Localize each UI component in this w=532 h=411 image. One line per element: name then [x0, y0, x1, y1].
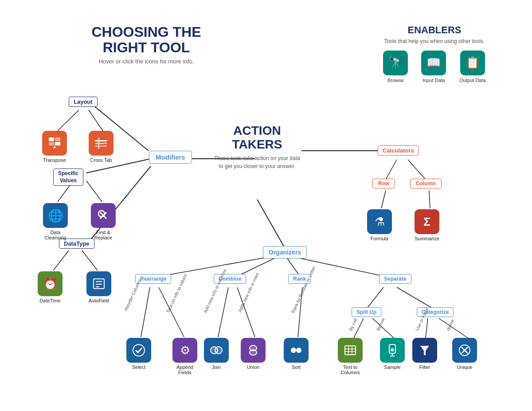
svg-line-7	[82, 251, 98, 270]
append-fields-icon[interactable]: ⚙	[172, 338, 197, 363]
main-title-block: CHOOSING THE RIGHT TOOL Hover or click t…	[71, 24, 222, 65]
svg-marker-34	[53, 145, 56, 148]
reorder-columns-label: Reorder Columns	[123, 278, 142, 312]
datetime-tool[interactable]: ⏰ DateTime	[38, 271, 63, 303]
text-to-columns-icon[interactable]	[338, 338, 363, 363]
svg-rect-32	[49, 142, 54, 145]
svg-rect-39	[98, 137, 99, 149]
filter-label: Filter	[419, 364, 430, 370]
join-label: Join	[212, 364, 221, 370]
row-box: Row	[372, 179, 395, 188]
main-title: CHOOSING THE RIGHT TOOL	[71, 24, 222, 55]
svg-point-52	[291, 348, 296, 353]
enabler-browse[interactable]: 🔭 Browse	[383, 51, 408, 83]
by-cell-label: By cell	[348, 317, 358, 331]
enablers-icons: 🔭 Browse 📖 Input Data 📋 Output Data	[364, 51, 505, 83]
unique-label: Unique	[457, 364, 473, 370]
separate-box: Separate	[379, 274, 411, 284]
union-label: Union	[247, 364, 260, 370]
append-fields-tool[interactable]: ⚙ Append Fields	[169, 338, 200, 375]
svg-line-19	[367, 287, 383, 308]
enabler-output-data[interactable]: 📋 Output Data	[459, 51, 485, 83]
join-tool[interactable]: Join	[204, 338, 229, 370]
svg-line-0	[58, 110, 79, 131]
svg-rect-38	[95, 145, 107, 147]
calculators-box: Calculators	[378, 145, 419, 156]
svg-rect-54	[345, 346, 356, 355]
main-subtitle: Hover or click the icons for more info.	[71, 58, 222, 65]
specific-values-box: SpecificValues	[53, 168, 83, 186]
svg-rect-31	[55, 137, 60, 141]
svg-line-15	[159, 287, 184, 337]
formula-label: Formula	[371, 236, 388, 241]
svg-marker-63	[420, 346, 429, 355]
transpose-icon[interactable]	[42, 131, 67, 156]
input-data-icon[interactable]: 📖	[421, 51, 446, 75]
select-icon[interactable]	[126, 338, 151, 363]
join-icon[interactable]	[204, 338, 229, 363]
enabler-input-data[interactable]: 📖 Input Data	[421, 51, 446, 83]
svg-point-49	[215, 347, 222, 354]
cross-tab-label: Cross Tab	[90, 157, 112, 163]
text-to-columns-tool[interactable]: Text to Columns	[335, 338, 366, 375]
svg-point-47	[133, 344, 145, 356]
cross-tab-icon[interactable]	[89, 131, 113, 156]
unique-tool[interactable]: Unique	[452, 338, 477, 370]
svg-line-28	[381, 191, 386, 208]
svg-rect-36	[95, 140, 107, 141]
svg-rect-30	[49, 137, 54, 141]
data-cleansing-icon[interactable]: 🌐	[43, 203, 68, 228]
unique-icon[interactable]	[452, 338, 477, 363]
output-data-icon[interactable]: 📋	[460, 51, 485, 75]
summarize-label: Summarize	[415, 236, 439, 241]
rank-by-label: Rank by Number or Letter	[290, 266, 317, 314]
summarize-icon[interactable]: Σ	[415, 209, 439, 234]
svg-rect-37	[95, 143, 107, 144]
transpose-tool[interactable]: Transpose	[42, 131, 67, 163]
svg-line-23	[426, 318, 428, 338]
formula-tool[interactable]: ⚗ Formula	[367, 209, 392, 241]
organizers-box: Organizers	[263, 246, 307, 258]
find-replace-label: Find & Replace	[88, 230, 119, 240]
svg-line-10	[155, 257, 268, 277]
browse-label: Browse	[387, 78, 404, 83]
svg-line-14	[141, 287, 150, 337]
datetime-label: DateTime	[39, 298, 60, 303]
cross-tab-tool[interactable]: Cross Tab	[89, 131, 113, 163]
formula-icon[interactable]: ⚗	[367, 209, 392, 234]
sample-label: Sample	[384, 364, 400, 370]
filter-tool[interactable]: Filter	[412, 338, 437, 370]
define-label: define	[446, 318, 455, 331]
sort-icon[interactable]	[284, 338, 309, 363]
svg-line-26	[386, 160, 397, 180]
sample-icon[interactable]	[380, 338, 405, 363]
sort-tool[interactable]: Sort	[284, 338, 309, 370]
split-up-box: Split Up	[352, 307, 381, 317]
text-to-columns-label: Text to Columns	[335, 364, 366, 375]
svg-point-62	[391, 348, 394, 352]
select-label: Select	[132, 364, 146, 370]
input-data-label: Input Data	[422, 78, 445, 83]
union-icon[interactable]	[241, 338, 266, 363]
svg-line-27	[408, 160, 426, 180]
autofield-label: AutoField	[89, 298, 109, 303]
data-cleansing-tool[interactable]: 🌐 Data Cleansing	[40, 203, 71, 240]
autofield-tool[interactable]: AutoField	[86, 271, 111, 303]
find-replace-tool[interactable]: Find & Replace	[88, 203, 119, 240]
svg-rect-33	[55, 142, 60, 145]
svg-line-1	[89, 110, 103, 131]
svg-line-16	[218, 287, 228, 337]
svg-point-53	[296, 348, 301, 353]
browse-icon[interactable]: 🔭	[383, 51, 408, 75]
union-tool[interactable]: Union	[241, 338, 266, 370]
find-replace-icon[interactable]	[91, 203, 116, 228]
select-tool[interactable]: Select	[126, 338, 151, 370]
modifiers-box: Modifiers	[149, 151, 192, 164]
svg-line-6	[53, 251, 69, 270]
datetime-icon[interactable]: ⏰	[38, 271, 63, 296]
sample-tool[interactable]: Sample	[380, 338, 405, 370]
filter-icon[interactable]	[412, 338, 437, 363]
summarize-tool[interactable]: Σ Summarize	[415, 209, 439, 241]
autofield-icon[interactable]	[86, 271, 111, 296]
data-cleansing-label: Data Cleansing	[40, 230, 71, 240]
